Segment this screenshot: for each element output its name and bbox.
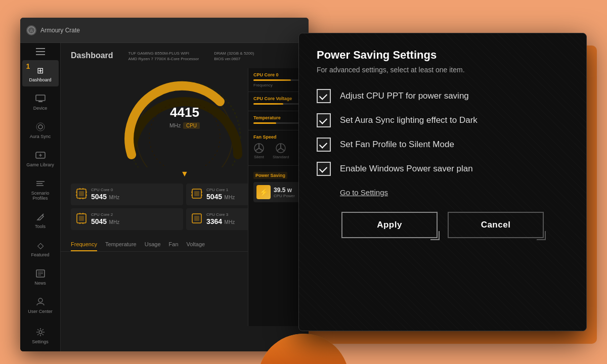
news-icon (34, 267, 47, 280)
svg-text:A: A (30, 28, 33, 33)
app-logo: A (26, 25, 36, 35)
sidebar-item-tools[interactable]: Tools (22, 207, 59, 233)
app-title: Armoury Crate (40, 27, 80, 34)
sidebar-label-dashboard: Dashboard (29, 77, 51, 82)
system-name: TUF GAMING B550M-PLUS WIFI (128, 51, 199, 56)
option-1[interactable]: Adjust CPU PPT for power saving (317, 89, 569, 103)
sidebar-item-featured[interactable]: ◇ Featured (22, 235, 59, 261)
core-1-freq: 5045 (206, 193, 222, 201)
gauge-value: 4415 (169, 105, 200, 120)
option-4[interactable]: Enable Windows Power saver plan (317, 162, 569, 176)
fan-icons: Silent Standard (253, 143, 304, 159)
dialog-title: Power Saving Settings (317, 49, 569, 62)
svg-rect-2 (36, 95, 45, 101)
sidebar-item-scenario[interactable]: Scenario Profiles (22, 173, 59, 205)
bios-info: BIOS ver.0607 (214, 57, 254, 61)
sidebar-item-game-library[interactable]: Game Library (22, 145, 59, 171)
user-center-icon (34, 296, 47, 308)
cancel-button[interactable]: Cancel (448, 212, 544, 238)
fan-standard-icon (275, 143, 286, 154)
svg-line-48 (255, 148, 259, 151)
core-1-unit: MHz (225, 195, 235, 200)
dashboard-title: Dashboard (71, 51, 113, 60)
sidebar-label-game-library: Game Library (26, 162, 54, 167)
metric-bar-freq (253, 79, 304, 81)
fan-speed-label: Fan Speed (253, 134, 304, 140)
tab-usage[interactable]: Usage (145, 238, 161, 251)
tools-icon (34, 211, 47, 223)
core-0-unit: MHz (109, 195, 120, 200)
sidebar-item-aura[interactable]: Aura Sync (22, 117, 59, 143)
option-1-text: Adjust CPU PPT for power saving (340, 91, 469, 101)
scenario-icon (34, 177, 47, 190)
core-1-name: CPU Core 1 (206, 188, 235, 192)
svg-point-4 (38, 125, 42, 129)
hamburger-button[interactable] (31, 48, 50, 55)
cpu-gauge: 4415 MHz CPU (119, 66, 250, 167)
core-0-freq: 5045 (91, 193, 107, 201)
fan-silent-icon (253, 143, 265, 154)
metric-sub-freq: Frequency (253, 83, 304, 87)
svg-line-51 (281, 148, 284, 151)
tab-frequency[interactable]: Frequency (71, 238, 97, 251)
option-2[interactable]: Set Aura Sync lighting effect to Dark (317, 113, 569, 127)
sidebar-item-dashboard[interactable]: 1 ⊞ Dashboard (22, 60, 59, 86)
metric-label-cpu0: CPU Core 0 (253, 72, 304, 77)
checkbox-3[interactable] (317, 138, 331, 152)
sidebar-label-news: News (34, 281, 46, 286)
tab-voltage[interactable]: Voltage (187, 238, 205, 251)
settings-icon (34, 326, 47, 338)
processor-name: AMD Ryzen 7 7700X 8-Core Processor (128, 57, 199, 61)
sidebar-label-scenario: Scenario Profiles (24, 191, 57, 201)
fan-standard: Standard (273, 143, 289, 159)
sidebar-label-device: Device (33, 106, 48, 111)
device-icon (34, 93, 47, 105)
core-2-freq: 5045 (91, 217, 107, 225)
svg-rect-22 (79, 191, 84, 196)
tab-temperature[interactable]: Temperature (105, 238, 137, 251)
core-card-0: CPU Core 0 5045 MHz (71, 184, 183, 205)
sidebar-item-settings[interactable]: Settings (22, 322, 59, 348)
core-0-icon (76, 188, 87, 201)
go-to-settings-link[interactable]: Go to Settings (340, 188, 569, 197)
system-info: TUF GAMING B550M-PLUS WIFI AMD Ryzen 7 7… (128, 51, 199, 61)
sidebar-bottom: User Center Settings (22, 292, 59, 350)
power-saving-label: Power Saving (253, 172, 287, 179)
option-3[interactable]: Set Fan Profile to Silent Mode (317, 138, 569, 152)
core-3-name: CPU Core 3 (206, 212, 235, 217)
core-2-icon (76, 213, 87, 226)
core-2-name: CPU Core 2 (91, 212, 119, 217)
tab-fan[interactable]: Fan (169, 238, 179, 251)
fan-silent: Silent (253, 143, 265, 159)
svg-point-17 (39, 331, 42, 334)
metric-bar-voltage (253, 103, 304, 105)
power-settings-dialog: Power Saving Settings For advanced setti… (298, 33, 587, 331)
svg-point-16 (38, 298, 42, 302)
svg-point-5 (36, 123, 45, 131)
power-value: 39.5 w (274, 187, 295, 194)
sidebar: 1 ⊞ Dashboard Device Aura Sync Game Libr… (20, 43, 61, 351)
gauge-unit: MHz (169, 122, 181, 128)
core-0-name: CPU Core 0 (91, 188, 119, 192)
checkbox-1[interactable] (317, 89, 331, 103)
sidebar-label-user-center: User Center (28, 309, 53, 314)
sidebar-label-featured: Featured (31, 252, 49, 257)
checkbox-4[interactable] (317, 162, 331, 176)
core-3-unit: MHz (225, 219, 235, 225)
gauge-center: 4415 MHz CPU (169, 105, 200, 129)
sidebar-label-aura: Aura Sync (30, 134, 51, 139)
sidebar-item-device[interactable]: Device (22, 88, 59, 115)
checkbox-2[interactable] (317, 113, 331, 127)
svg-line-47 (259, 148, 263, 151)
apply-button[interactable]: Apply (341, 212, 438, 238)
dialog-subtitle: For advanced settings, select at least o… (317, 66, 569, 74)
system-info-2: DRAM (32GB & 5200) BIOS ver.0607 (214, 51, 254, 61)
title-bar: A Armoury Crate (20, 18, 309, 43)
sidebar-item-user-center[interactable]: User Center (22, 292, 59, 318)
sidebar-label-settings: Settings (32, 339, 49, 344)
core-3-freq: 3364 (206, 217, 222, 225)
metric-label-temp: Temperature (253, 115, 304, 120)
sidebar-item-news[interactable]: News (22, 263, 59, 290)
svg-rect-44 (194, 216, 199, 221)
options-list: Adjust CPU PPT for power saving Set Aura… (317, 89, 569, 176)
